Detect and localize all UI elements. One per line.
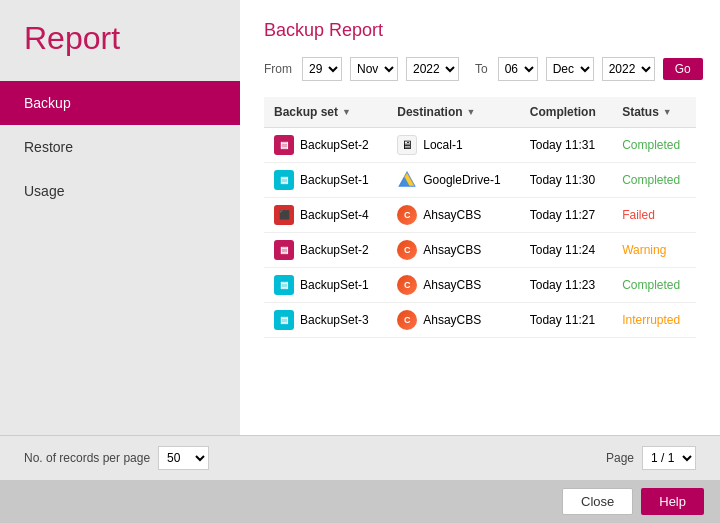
backup-set-icon: ⬛ (274, 205, 294, 225)
table-row[interactable]: ▤ BackupSet-1 GoogleDrive-1 Today 11:30 (264, 163, 696, 198)
col-status[interactable]: Status ▼ (612, 97, 696, 128)
cell-destination: C AhsayCBS (387, 303, 520, 338)
table-header-row: Backup set ▼ Destination ▼ (264, 97, 696, 128)
sidebar-item-usage[interactable]: Usage (0, 169, 240, 213)
main-content: Backup Report From 29 Nov 2022 To 06 Dec… (240, 0, 720, 435)
destination-icon: 🖥 (397, 135, 417, 155)
help-button[interactable]: Help (641, 488, 704, 515)
col-destination[interactable]: Destination ▼ (387, 97, 520, 128)
app-title: Report (0, 0, 240, 81)
destination-icon: C (397, 310, 417, 330)
cell-destination: 🖥 Local-1 (387, 128, 520, 163)
cell-status: Warning (612, 233, 696, 268)
go-button[interactable]: Go (663, 58, 703, 80)
cell-completion: Today 11:21 (520, 303, 612, 338)
cell-destination: C AhsayCBS (387, 198, 520, 233)
cell-completion: Today 11:30 (520, 163, 612, 198)
destination-icon (397, 170, 417, 190)
page-select[interactable]: 1 / 1 (642, 446, 696, 470)
destination-name: AhsayCBS (423, 243, 481, 257)
cell-status: Completed (612, 128, 696, 163)
from-month-select[interactable]: Nov (350, 57, 398, 81)
from-year-select[interactable]: 2022 (406, 57, 459, 81)
cell-backup-set: ▤ BackupSet-2 (264, 233, 387, 268)
footer-bar: No. of records per page 50 25 100 Page 1… (0, 435, 720, 480)
destination-icon: C (397, 275, 417, 295)
cell-status: Failed (612, 198, 696, 233)
backup-set-name: BackupSet-2 (300, 243, 369, 257)
destination-name: GoogleDrive-1 (423, 173, 500, 187)
backup-set-icon: ▤ (274, 240, 294, 260)
sidebar-item-restore[interactable]: Restore (0, 125, 240, 169)
close-button[interactable]: Close (562, 488, 633, 515)
bottom-bar: Close Help (0, 480, 720, 523)
cell-destination: C AhsayCBS (387, 268, 520, 303)
records-per-page-select[interactable]: 50 25 100 (158, 446, 209, 470)
backup-set-icon: ▤ (274, 135, 294, 155)
sidebar-item-backup[interactable]: Backup (0, 81, 240, 125)
destination-sort-icon: ▼ (467, 107, 476, 117)
col-completion[interactable]: Completion (520, 97, 612, 128)
cell-backup-set: ▤ BackupSet-1 (264, 268, 387, 303)
destination-icon: C (397, 240, 417, 260)
cell-destination: GoogleDrive-1 (387, 163, 520, 198)
table-row[interactable]: ▤ BackupSet-2 C AhsayCBS Today 11:24 War… (264, 233, 696, 268)
destination-name: AhsayCBS (423, 313, 481, 327)
cell-status: Completed (612, 163, 696, 198)
backup-set-icon: ▤ (274, 275, 294, 295)
cell-status: Completed (612, 268, 696, 303)
destination-name: Local-1 (423, 138, 462, 152)
backup-set-name: BackupSet-1 (300, 173, 369, 187)
cell-backup-set: ▤ BackupSet-1 (264, 163, 387, 198)
backup-set-sort-icon: ▼ (342, 107, 351, 117)
backup-set-name: BackupSet-4 (300, 208, 369, 222)
cell-destination: C AhsayCBS (387, 233, 520, 268)
cell-completion: Today 11:23 (520, 268, 612, 303)
table-row[interactable]: ⬛ BackupSet-4 C AhsayCBS Today 11:27 Fai… (264, 198, 696, 233)
records-label: No. of records per page (24, 451, 150, 465)
page-section: Page 1 / 1 (606, 446, 696, 470)
cell-backup-set: ▤ BackupSet-2 (264, 128, 387, 163)
records-section: No. of records per page 50 25 100 (24, 446, 209, 470)
cell-completion: Today 11:24 (520, 233, 612, 268)
report-table: Backup set ▼ Destination ▼ (264, 97, 696, 338)
table-container: Backup set ▼ Destination ▼ (264, 97, 696, 415)
destination-name: AhsayCBS (423, 208, 481, 222)
from-label: From (264, 62, 292, 76)
cell-completion: Today 11:31 (520, 128, 612, 163)
from-day-select[interactable]: 29 (302, 57, 342, 81)
cell-backup-set: ⬛ BackupSet-4 (264, 198, 387, 233)
status-sort-icon: ▼ (663, 107, 672, 117)
cell-status: Interrupted (612, 303, 696, 338)
col-backup-set[interactable]: Backup set ▼ (264, 97, 387, 128)
to-month-select[interactable]: Dec (546, 57, 594, 81)
cell-completion: Today 11:27 (520, 198, 612, 233)
backup-set-name: BackupSet-2 (300, 138, 369, 152)
to-label: To (475, 62, 488, 76)
page-title: Backup Report (264, 20, 696, 41)
backup-set-name: BackupSet-3 (300, 313, 369, 327)
table-row[interactable]: ▤ BackupSet-1 C AhsayCBS Today 11:23 Com… (264, 268, 696, 303)
to-day-select[interactable]: 06 (498, 57, 538, 81)
backup-set-icon: ▤ (274, 170, 294, 190)
cell-backup-set: ▤ BackupSet-3 (264, 303, 387, 338)
table-row[interactable]: ▤ BackupSet-2 🖥 Local-1 Today 11:31 Comp… (264, 128, 696, 163)
date-range-bar: From 29 Nov 2022 To 06 Dec 2022 Go (264, 57, 696, 81)
table-row[interactable]: ▤ BackupSet-3 C AhsayCBS Today 11:21 Int… (264, 303, 696, 338)
backup-set-icon: ▤ (274, 310, 294, 330)
page-label: Page (606, 451, 634, 465)
to-year-select[interactable]: 2022 (602, 57, 655, 81)
backup-set-name: BackupSet-1 (300, 278, 369, 292)
sidebar: Report Backup Restore Usage (0, 0, 240, 435)
destination-icon: C (397, 205, 417, 225)
destination-name: AhsayCBS (423, 278, 481, 292)
